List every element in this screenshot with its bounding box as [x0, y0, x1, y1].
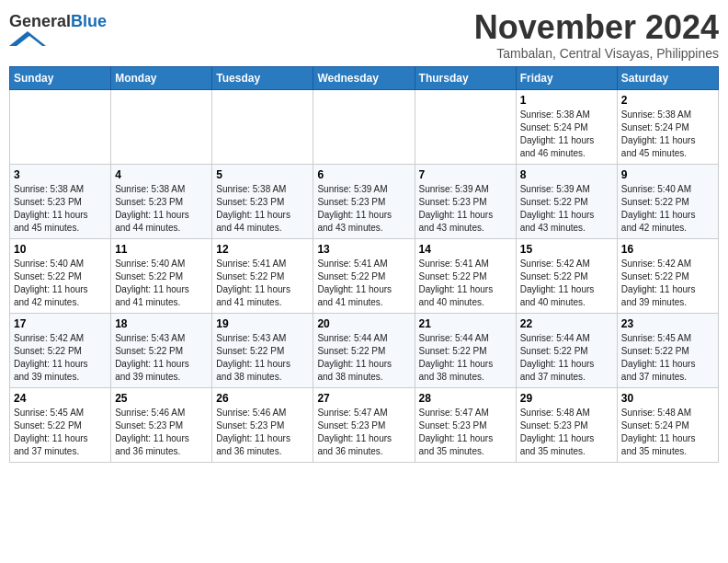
title-block: November 2024 Tambalan, Central Visayas,… [474, 9, 719, 61]
calendar-cell [415, 89, 516, 164]
calendar-cell: 12Sunrise: 5:41 AM Sunset: 5:22 PM Dayli… [212, 238, 313, 313]
calendar-cell: 13Sunrise: 5:41 AM Sunset: 5:22 PM Dayli… [313, 238, 415, 313]
day-number: 25 [115, 392, 208, 405]
calendar-cell [10, 89, 111, 164]
day-number: 30 [621, 392, 714, 405]
day-info: Sunrise: 5:41 AM Sunset: 5:22 PM Dayligh… [216, 258, 309, 309]
logo-blue-text: Blue [71, 12, 107, 30]
calendar-cell: 28Sunrise: 5:47 AM Sunset: 5:23 PM Dayli… [415, 387, 516, 462]
day-info: Sunrise: 5:43 AM Sunset: 5:22 PM Dayligh… [216, 332, 309, 384]
location-subtitle: Tambalan, Central Visayas, Philippines [474, 46, 719, 61]
day-number: 24 [14, 392, 107, 405]
calendar-cell: 6Sunrise: 5:39 AM Sunset: 5:23 PM Daylig… [313, 164, 415, 238]
day-info: Sunrise: 5:38 AM Sunset: 5:24 PM Dayligh… [621, 109, 714, 160]
day-number: 15 [520, 243, 613, 256]
day-number: 10 [14, 243, 107, 256]
calendar-cell: 3Sunrise: 5:38 AM Sunset: 5:23 PM Daylig… [10, 164, 111, 238]
day-number: 8 [520, 168, 613, 181]
page-header: GeneralBlue November 2024 Tambalan, Cent… [9, 9, 719, 61]
calendar-cell: 14Sunrise: 5:41 AM Sunset: 5:22 PM Dayli… [415, 238, 516, 313]
day-info: Sunrise: 5:41 AM Sunset: 5:22 PM Dayligh… [317, 258, 410, 309]
day-number: 9 [621, 168, 714, 181]
calendar-table: SundayMondayTuesdayWednesdayThursdayFrid… [9, 66, 719, 463]
weekday-header-sunday: Sunday [10, 66, 111, 89]
day-number: 12 [216, 243, 309, 256]
calendar-cell: 23Sunrise: 5:45 AM Sunset: 5:22 PM Dayli… [617, 313, 718, 387]
month-title: November 2024 [474, 9, 719, 46]
calendar-cell: 15Sunrise: 5:42 AM Sunset: 5:22 PM Dayli… [516, 238, 617, 313]
calendar-week-row: 3Sunrise: 5:38 AM Sunset: 5:23 PM Daylig… [10, 164, 719, 238]
day-number: 23 [621, 317, 714, 330]
day-info: Sunrise: 5:42 AM Sunset: 5:22 PM Dayligh… [14, 332, 107, 384]
day-info: Sunrise: 5:38 AM Sunset: 5:24 PM Dayligh… [520, 109, 613, 160]
weekday-header-friday: Friday [516, 66, 617, 89]
day-info: Sunrise: 5:45 AM Sunset: 5:22 PM Dayligh… [14, 407, 107, 458]
day-number: 20 [317, 317, 410, 330]
calendar-cell: 30Sunrise: 5:48 AM Sunset: 5:24 PM Dayli… [617, 387, 718, 462]
weekday-header-wednesday: Wednesday [313, 66, 415, 89]
day-info: Sunrise: 5:47 AM Sunset: 5:23 PM Dayligh… [419, 407, 512, 458]
calendar-cell: 16Sunrise: 5:42 AM Sunset: 5:22 PM Dayli… [617, 238, 718, 313]
day-number: 2 [621, 94, 714, 107]
calendar-cell: 27Sunrise: 5:47 AM Sunset: 5:23 PM Dayli… [313, 387, 415, 462]
weekday-header-tuesday: Tuesday [212, 66, 313, 89]
calendar-cell: 20Sunrise: 5:44 AM Sunset: 5:22 PM Dayli… [313, 313, 415, 387]
calendar-cell: 19Sunrise: 5:43 AM Sunset: 5:22 PM Dayli… [212, 313, 313, 387]
calendar-cell: 25Sunrise: 5:46 AM Sunset: 5:23 PM Dayli… [111, 387, 212, 462]
weekday-header-thursday: Thursday [415, 66, 516, 89]
day-info: Sunrise: 5:38 AM Sunset: 5:23 PM Dayligh… [115, 183, 208, 235]
calendar-cell: 1Sunrise: 5:38 AM Sunset: 5:24 PM Daylig… [516, 89, 617, 164]
day-number: 7 [419, 168, 512, 181]
day-number: 22 [520, 317, 613, 330]
day-number: 29 [520, 392, 613, 405]
day-number: 26 [216, 392, 309, 405]
calendar-cell: 18Sunrise: 5:43 AM Sunset: 5:22 PM Dayli… [111, 313, 212, 387]
calendar-cell: 29Sunrise: 5:48 AM Sunset: 5:23 PM Dayli… [516, 387, 617, 462]
day-number: 17 [14, 317, 107, 330]
day-info: Sunrise: 5:47 AM Sunset: 5:23 PM Dayligh… [317, 407, 410, 458]
day-info: Sunrise: 5:39 AM Sunset: 5:22 PM Dayligh… [520, 183, 613, 235]
weekday-header-saturday: Saturday [617, 66, 718, 89]
day-info: Sunrise: 5:41 AM Sunset: 5:22 PM Dayligh… [419, 258, 512, 309]
day-info: Sunrise: 5:48 AM Sunset: 5:23 PM Dayligh… [520, 407, 613, 458]
weekday-header-monday: Monday [111, 66, 212, 89]
calendar-cell: 24Sunrise: 5:45 AM Sunset: 5:22 PM Dayli… [10, 387, 111, 462]
day-number: 1 [520, 94, 613, 107]
logo: GeneralBlue [9, 13, 107, 50]
calendar-week-row: 10Sunrise: 5:40 AM Sunset: 5:22 PM Dayli… [10, 238, 719, 313]
day-info: Sunrise: 5:45 AM Sunset: 5:22 PM Dayligh… [621, 332, 714, 384]
day-number: 28 [419, 392, 512, 405]
day-number: 11 [115, 243, 208, 256]
day-info: Sunrise: 5:44 AM Sunset: 5:22 PM Dayligh… [419, 332, 512, 384]
calendar-week-row: 24Sunrise: 5:45 AM Sunset: 5:22 PM Dayli… [10, 387, 719, 462]
day-info: Sunrise: 5:48 AM Sunset: 5:24 PM Dayligh… [621, 407, 714, 458]
day-number: 6 [317, 168, 410, 181]
calendar-cell: 2Sunrise: 5:38 AM Sunset: 5:24 PM Daylig… [617, 89, 718, 164]
calendar-cell: 9Sunrise: 5:40 AM Sunset: 5:22 PM Daylig… [617, 164, 718, 238]
calendar-cell: 4Sunrise: 5:38 AM Sunset: 5:23 PM Daylig… [111, 164, 212, 238]
day-number: 19 [216, 317, 309, 330]
day-number: 21 [419, 317, 512, 330]
day-info: Sunrise: 5:46 AM Sunset: 5:23 PM Dayligh… [216, 407, 309, 458]
calendar-week-row: 1Sunrise: 5:38 AM Sunset: 5:24 PM Daylig… [10, 89, 719, 164]
calendar-cell [111, 89, 212, 164]
calendar-cell: 11Sunrise: 5:40 AM Sunset: 5:22 PM Dayli… [111, 238, 212, 313]
weekday-header-row: SundayMondayTuesdayWednesdayThursdayFrid… [10, 66, 719, 89]
day-info: Sunrise: 5:44 AM Sunset: 5:22 PM Dayligh… [317, 332, 410, 384]
day-info: Sunrise: 5:40 AM Sunset: 5:22 PM Dayligh… [621, 183, 714, 235]
calendar-cell: 5Sunrise: 5:38 AM Sunset: 5:23 PM Daylig… [212, 164, 313, 238]
calendar-cell: 7Sunrise: 5:39 AM Sunset: 5:23 PM Daylig… [415, 164, 516, 238]
day-number: 5 [216, 168, 309, 181]
calendar-cell: 8Sunrise: 5:39 AM Sunset: 5:22 PM Daylig… [516, 164, 617, 238]
day-info: Sunrise: 5:38 AM Sunset: 5:23 PM Dayligh… [14, 183, 107, 235]
calendar-week-row: 17Sunrise: 5:42 AM Sunset: 5:22 PM Dayli… [10, 313, 719, 387]
day-number: 16 [621, 243, 714, 256]
day-info: Sunrise: 5:46 AM Sunset: 5:23 PM Dayligh… [115, 407, 208, 458]
day-number: 18 [115, 317, 208, 330]
day-info: Sunrise: 5:44 AM Sunset: 5:22 PM Dayligh… [520, 332, 613, 384]
day-info: Sunrise: 5:39 AM Sunset: 5:23 PM Dayligh… [419, 183, 512, 235]
day-number: 14 [419, 243, 512, 256]
logo-icon [9, 31, 46, 46]
calendar-cell [313, 89, 415, 164]
calendar-cell: 10Sunrise: 5:40 AM Sunset: 5:22 PM Dayli… [10, 238, 111, 313]
